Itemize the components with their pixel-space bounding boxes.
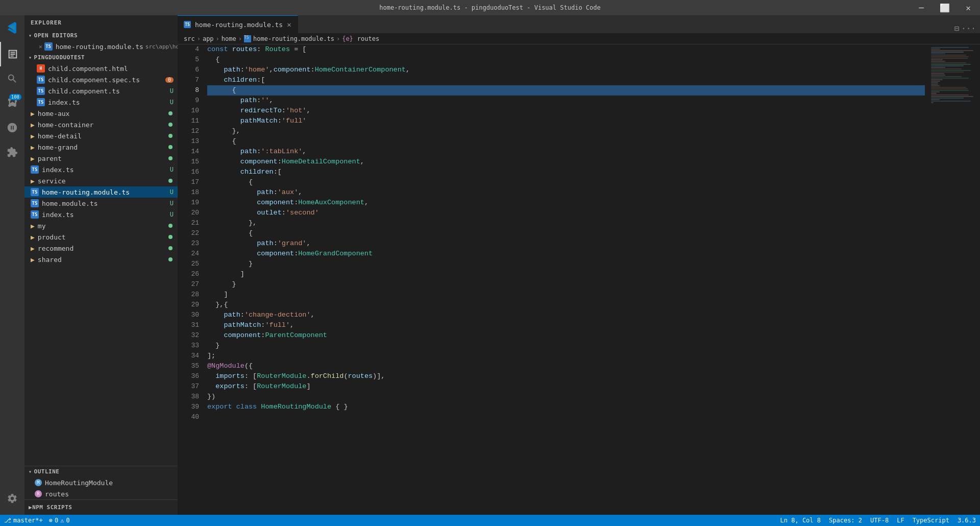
titlebar-title: home-routing.module.ts - pingduoduoTest … <box>379 4 600 11</box>
tree-item-my[interactable]: ▶ my <box>24 220 178 231</box>
open-editors-arrow: ▾ <box>29 33 32 38</box>
tree-item-index-ts-child[interactable]: TS index.ts U <box>24 97 178 108</box>
minimap-line <box>931 58 968 59</box>
minimap-line <box>931 71 964 73</box>
explorer-icon[interactable] <box>0 42 24 66</box>
project-header[interactable]: ▾ PINGDUODUOTEST <box>24 52 178 63</box>
tree-item-index-ts[interactable]: TS index.ts U <box>24 164 178 175</box>
tree-item-home-aux[interactable]: ▶ home-aux <box>24 108 178 119</box>
outline-header[interactable]: ▾ Outline <box>24 466 178 477</box>
minimap-line <box>931 78 969 79</box>
code-line-13: { <box>207 136 925 147</box>
modified-dot <box>168 179 173 183</box>
language-item[interactable]: TypeScript <box>913 517 949 524</box>
tab-home-routing[interactable]: TS home-routing.module.ts ✕ <box>178 15 298 33</box>
split-editor-icon[interactable]: ⊟ <box>954 23 959 33</box>
editor-area: TS home-routing.module.ts ✕ ⊟ ··· src › … <box>178 15 980 515</box>
minimap-line <box>931 81 940 82</box>
errors-count: 0 <box>55 517 58 524</box>
status-left: ⎇ master*+ ⊗ 0 ⚠ 0 <box>0 517 74 524</box>
minimap-line <box>931 53 945 54</box>
folder-name: home-aux <box>38 110 70 117</box>
settings-icon[interactable] <box>0 486 24 511</box>
breadcrumb-file[interactable]: home-routing.module.ts <box>253 35 334 42</box>
ts-icon: TS <box>37 76 45 84</box>
source-control-icon[interactable]: 108 <box>0 91 24 115</box>
git-branch-icon: ⎇ <box>4 517 11 524</box>
code-line-19: component:HomeAuxComponent, <box>207 198 925 208</box>
code-line-37: exports: [RouterModule] <box>207 381 925 392</box>
line-num: 23 <box>182 238 199 249</box>
open-editors-header[interactable]: ▾ Open Editors <box>24 30 178 41</box>
tab-close-button[interactable]: ✕ <box>287 20 291 29</box>
tree-item-recommend[interactable]: ▶ recommend <box>24 243 178 254</box>
tree-item-index-ts2[interactable]: TS index.ts U <box>24 209 178 220</box>
minimap-line <box>931 84 938 85</box>
tree-item-parent[interactable]: ▶ parent <box>24 153 178 164</box>
tree-item-child-ts[interactable]: TS child.component.ts U <box>24 85 178 97</box>
close-open-file-icon[interactable]: ✕ <box>39 43 42 50</box>
code-line-10: redirectTo:'hot', <box>207 106 925 116</box>
breadcrumb-routes-icon: {e} <box>342 35 353 42</box>
tree-item-child-html[interactable]: H child.component.html <box>24 63 178 74</box>
git-branch-item[interactable]: ⎇ master*+ <box>4 517 43 524</box>
modified-dot <box>168 123 173 127</box>
tree-item-home-routing-active[interactable]: TS home-routing.module.ts U <box>24 186 178 198</box>
ts-icon: TS <box>31 188 39 196</box>
line-col-item[interactable]: Ln 8, Col 8 <box>780 517 821 524</box>
folder-icon: ▶ <box>31 233 35 241</box>
line-num: 35 <box>182 361 199 371</box>
modified-badge: U <box>170 211 174 218</box>
folder-icon: ▶ <box>31 256 35 264</box>
breadcrumb-routes[interactable]: routes <box>357 35 379 42</box>
more-actions-icon[interactable]: ··· <box>961 23 976 33</box>
npm-header[interactable]: ▶ NPM Scripts <box>24 502 178 513</box>
modified-badge: U <box>170 166 174 173</box>
tree-item-child-spec[interactable]: TS child.component.spec.ts 0 <box>24 74 178 85</box>
tree-item-home-module[interactable]: TS home.module.ts U <box>24 198 178 209</box>
status-right: Ln 8, Col 8 Spaces: 2 UTF-8 LF TypeScrip… <box>776 517 980 524</box>
encoding-item[interactable]: UTF-8 <box>870 517 889 524</box>
code-content[interactable]: const routes: Routes = [ { path:'home',c… <box>203 44 929 515</box>
outline-item-module[interactable]: M HomeRoutingModule <box>24 477 178 488</box>
status-bar: ⎇ master*+ ⊗ 0 ⚠ 0 Ln 8, Col 8 Spaces: 2… <box>0 515 980 526</box>
breadcrumb-app[interactable]: app <box>203 35 214 42</box>
breadcrumb-sep-3: › <box>238 35 242 42</box>
minimize-button[interactable]: ─ <box>910 0 933 15</box>
tree-item-home-detail[interactable]: ▶ home-detail <box>24 130 178 141</box>
breadcrumb-sep-1: › <box>197 35 201 42</box>
modified-dot <box>168 246 173 250</box>
warnings-count: 0 <box>66 517 70 524</box>
project-label: PINGDUODUOTEST <box>34 54 85 61</box>
tree-item-product[interactable]: ▶ product <box>24 231 178 243</box>
outline-item-routes[interactable]: R routes <box>24 488 178 499</box>
code-line-20: outlet:'second' <box>207 208 925 218</box>
tree-item-shared[interactable]: ▶ shared <box>24 254 178 265</box>
line-num: 29 <box>182 300 199 310</box>
debug-icon[interactable] <box>0 115 24 140</box>
line-num: 7 <box>182 75 199 85</box>
line-num: 38 <box>182 392 199 402</box>
breadcrumb-home[interactable]: home <box>222 35 236 42</box>
open-file-item[interactable]: ✕ TS home-routing.module.ts src\app\home… <box>24 41 178 52</box>
search-icon[interactable] <box>0 66 24 91</box>
minimap-line <box>931 65 964 66</box>
maximize-button[interactable]: ⬜ <box>933 0 957 15</box>
tree-item-home-container[interactable]: ▶ home-container <box>24 119 178 130</box>
errors-item[interactable]: ⊗ 0 ⚠ 0 <box>49 517 70 524</box>
folder-name: home-grand <box>38 144 78 151</box>
modified-dot <box>168 156 173 160</box>
extensions-icon[interactable] <box>0 140 24 164</box>
line-num: 4 <box>182 44 199 55</box>
spaces-item[interactable]: Spaces: 2 <box>829 517 862 524</box>
folder-name: shared <box>38 256 62 264</box>
code-line-35: @NgModule({ <box>207 361 925 371</box>
ts-version-item[interactable]: 3.6.3 <box>958 517 976 524</box>
breadcrumb-src[interactable]: src <box>184 35 195 42</box>
code-line-18: path:'aux', <box>207 187 925 198</box>
line-num: 34 <box>182 351 199 361</box>
tree-item-home-grand[interactable]: ▶ home-grand <box>24 141 178 153</box>
eol-item[interactable]: LF <box>897 517 904 524</box>
tree-item-service[interactable]: ▶ service <box>24 175 178 186</box>
close-button[interactable]: ✕ <box>957 0 980 15</box>
